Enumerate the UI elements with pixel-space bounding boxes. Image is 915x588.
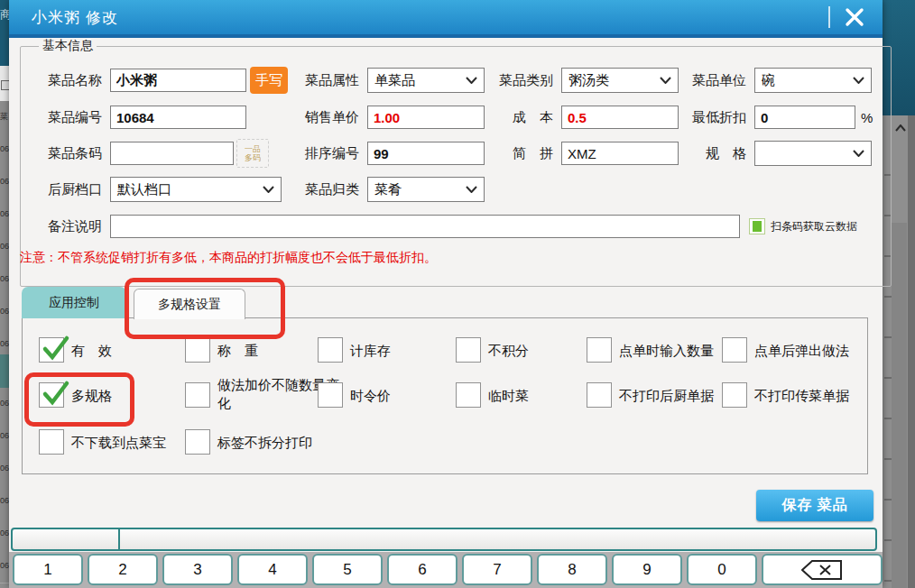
dish-unit-select[interactable]: 碗 bbox=[754, 68, 872, 93]
key-backspace[interactable] bbox=[762, 554, 883, 585]
checkbox-multi-spec[interactable] bbox=[39, 382, 64, 408]
background-header-fragment: 商 bbox=[0, 0, 9, 73]
key-0[interactable]: 0 bbox=[687, 554, 757, 585]
checkbox-no-kitchen-print[interactable] bbox=[587, 382, 612, 408]
background-row: 068 bbox=[0, 388, 9, 421]
scrollbar-thumb[interactable] bbox=[892, 223, 907, 588]
barcode-label: 菜品条码 bbox=[27, 145, 110, 162]
close-icon[interactable] bbox=[837, 5, 872, 30]
checkbox-label-no-split-print[interactable] bbox=[185, 429, 210, 455]
key-4[interactable]: 4 bbox=[237, 554, 308, 585]
check-icon bbox=[40, 333, 70, 363]
barcode-input[interactable] bbox=[110, 142, 234, 165]
dish-name-label: 菜品名称 bbox=[27, 72, 110, 89]
checkbox-label: 不打印后厨单据 bbox=[619, 382, 714, 405]
key-1[interactable]: 1 bbox=[13, 554, 83, 585]
screen: 商 菜 067 067 067 068 068 068 068 068 068 … bbox=[0, 0, 915, 588]
checkbox-label: 临时菜 bbox=[488, 382, 529, 405]
checkbox-method-price-fixed[interactable] bbox=[185, 382, 210, 408]
edit-dish-dialog: 小米粥 修改 基本信息 菜品名称 手写 菜品属性 单菜品 菜品类别 粥汤类 菜品… bbox=[9, 0, 883, 588]
dish-classify-select[interactable]: 菜肴 bbox=[367, 177, 485, 202]
checkbox-seasonal-price[interactable] bbox=[318, 382, 343, 408]
spec-select[interactable] bbox=[754, 141, 872, 166]
titlebar-separator bbox=[828, 6, 830, 28]
background-row: 067 bbox=[0, 166, 9, 199]
pinyin-input[interactable] bbox=[561, 142, 679, 165]
key-6[interactable]: 6 bbox=[387, 554, 458, 585]
remark-input[interactable] bbox=[110, 215, 740, 238]
sort-number-input[interactable] bbox=[367, 142, 485, 165]
checkbox-no-download-pad[interactable] bbox=[39, 429, 64, 455]
multi-barcode-button[interactable]: 一品多码 bbox=[236, 139, 269, 168]
min-discount-input[interactable] bbox=[754, 106, 855, 129]
tab-app-control[interactable]: 应用控制 bbox=[22, 287, 126, 318]
background-row: 068 bbox=[0, 328, 9, 355]
sort-number-label: 排序编号 bbox=[298, 145, 367, 162]
background-row: 067 bbox=[0, 198, 9, 232]
kitchen-station-select[interactable]: 默认档口 bbox=[110, 177, 282, 202]
cloud-barcode-checkbox[interactable] bbox=[749, 218, 765, 234]
background-row: 068 bbox=[0, 296, 9, 329]
sale-price-input[interactable] bbox=[367, 106, 485, 129]
dish-category-label: 菜品类别 bbox=[494, 72, 561, 89]
background-row: 菜 bbox=[0, 101, 9, 134]
discount-notice: 注意：不管系统促销打折有多低，本商品的打折幅度也不会低于最低折扣。 bbox=[20, 250, 437, 266]
number-entry-bar[interactable] bbox=[11, 528, 877, 551]
checkbox-temp-dish[interactable] bbox=[456, 382, 481, 408]
checkbox-label: 标签不拆分打印 bbox=[217, 429, 312, 452]
dish-code-label: 菜品编号 bbox=[27, 109, 110, 126]
checkbox-label: 点单后弹出做法 bbox=[754, 337, 849, 360]
dish-classify-label: 菜品归类 bbox=[298, 181, 367, 198]
dish-unit-label: 菜品单位 bbox=[689, 72, 754, 89]
dish-attribute-label: 菜品属性 bbox=[298, 72, 367, 89]
checkbox-label: 不打印传菜单据 bbox=[754, 382, 849, 405]
checkbox-label: 有 效 bbox=[71, 337, 112, 360]
min-discount-label: 最低折扣 bbox=[689, 109, 754, 126]
cost-input[interactable] bbox=[561, 106, 679, 129]
spec-label: 规 格 bbox=[689, 145, 754, 162]
checkbox-label: 多规格 bbox=[71, 382, 112, 405]
remark-label: 备注说明 bbox=[27, 218, 110, 235]
checkbox-valid[interactable] bbox=[39, 337, 64, 363]
checkbox-input-qty-on-order[interactable] bbox=[587, 337, 612, 363]
background-row: 069 bbox=[0, 518, 9, 551]
backspace-icon bbox=[801, 559, 843, 581]
dialog-title: 小米粥 修改 bbox=[32, 7, 118, 28]
dialog-titlebar: 小米粥 修改 bbox=[9, 0, 883, 38]
key-5[interactable]: 5 bbox=[312, 554, 383, 585]
dish-code-input[interactable] bbox=[110, 106, 246, 129]
checkbox-no-points[interactable] bbox=[456, 337, 481, 363]
key-7[interactable]: 7 bbox=[462, 554, 532, 585]
basic-info-legend: 基本信息 bbox=[39, 38, 97, 54]
background-row: 068 bbox=[0, 485, 9, 519]
checkbox-weigh[interactable] bbox=[185, 337, 210, 363]
save-dish-button[interactable]: 保存 菜品 bbox=[756, 490, 873, 521]
dropdown-fragment-icon bbox=[1, 80, 9, 90]
scroll-up-icon[interactable] bbox=[895, 124, 906, 132]
checkbox-inventory[interactable] bbox=[318, 337, 343, 363]
key-2[interactable]: 2 bbox=[88, 554, 158, 585]
chevron-down-icon bbox=[466, 186, 477, 193]
dish-attribute-select[interactable]: 单菜品 bbox=[367, 68, 485, 93]
background-row: 067 bbox=[0, 133, 9, 167]
dish-name-input[interactable] bbox=[110, 69, 246, 92]
dish-category-select[interactable]: 粥汤类 bbox=[561, 68, 679, 93]
background-row: 069 bbox=[0, 550, 9, 583]
cloud-barcode-label: 扫条码获取云数据 bbox=[771, 219, 857, 234]
tab-multi-spec[interactable]: 多规格设置 bbox=[134, 289, 245, 319]
checkbox-label: 计库存 bbox=[350, 337, 391, 360]
checkbox-popup-method-after-order[interactable] bbox=[722, 337, 747, 363]
background-row-selected bbox=[0, 354, 9, 389]
background-row: 068 bbox=[0, 420, 9, 454]
percent-suffix: % bbox=[861, 110, 873, 125]
key-3[interactable]: 3 bbox=[162, 554, 233, 585]
sale-price-label: 销售单价 bbox=[298, 109, 367, 126]
key-9[interactable]: 9 bbox=[612, 554, 682, 585]
checkbox-no-pass-dish-print[interactable] bbox=[722, 382, 747, 408]
chevron-down-icon bbox=[853, 150, 864, 157]
key-8[interactable]: 8 bbox=[537, 554, 607, 585]
scrollbar-edge bbox=[908, 115, 915, 588]
chevron-down-icon bbox=[466, 77, 477, 84]
checkbox-label: 不下载到点菜宝 bbox=[71, 429, 166, 452]
handwrite-button[interactable]: 手写 bbox=[250, 67, 288, 94]
